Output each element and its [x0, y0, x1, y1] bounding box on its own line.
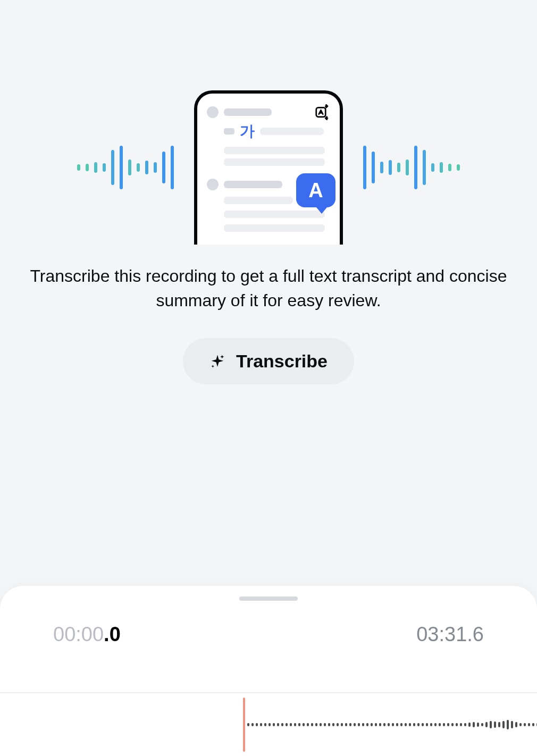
audio-waveform: [247, 714, 537, 735]
audio-track[interactable]: [0, 692, 537, 756]
transcribe-button[interactable]: Transcribe: [183, 338, 354, 384]
latin-a-char: A: [308, 179, 323, 202]
message-block-1: 가: [207, 106, 330, 166]
transcribe-illustration: 가 A: [77, 90, 460, 245]
playhead[interactable]: [243, 698, 245, 752]
sheet-grabber[interactable]: [239, 597, 298, 601]
waveform-right: [363, 146, 460, 189]
current-time-main: 00:00: [53, 623, 104, 645]
current-time-frac: .0: [104, 623, 121, 645]
sparkle-icon: [209, 354, 225, 369]
translate-icon: [313, 103, 331, 121]
avatar-icon: [207, 106, 219, 118]
korean-char: 가: [240, 121, 255, 141]
duration-time: 03:31.6: [416, 623, 484, 646]
player-sheet[interactable]: 00:00.0 03:31.6: [0, 586, 537, 756]
current-time: 00:00.0: [53, 623, 121, 646]
latin-a-bubble: A: [296, 173, 335, 207]
waveform-left: [77, 146, 174, 189]
phone-mockup: 가 A: [194, 90, 343, 245]
description-text: Transcribe this recording to get a full …: [0, 264, 537, 313]
avatar-icon: [207, 179, 219, 190]
transcribe-button-label: Transcribe: [236, 351, 328, 372]
